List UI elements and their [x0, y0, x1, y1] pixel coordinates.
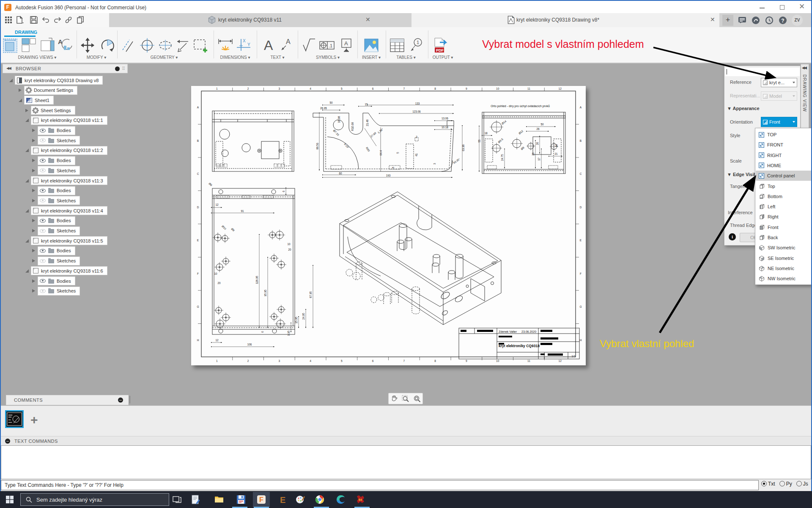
reference-dropdown[interactable]: kryt e...: [761, 78, 797, 87]
close-button[interactable]: ✕: [799, 2, 805, 11]
eye-hidden-icon[interactable]: [40, 199, 46, 202]
view-top[interactable]: [212, 111, 294, 171]
eagle-app-icon[interactable]: E: [278, 494, 288, 505]
user-avatar[interactable]: ZV: [792, 15, 803, 26]
caret-collapsed-icon[interactable]: [32, 159, 35, 162]
geometry-extend-tool[interactable]: [176, 37, 190, 53]
caret-expanded-icon[interactable]: [25, 149, 29, 152]
comments-bar[interactable]: COMMENTS –: [6, 395, 129, 405]
orientation-dropdown[interactable]: Front: [761, 117, 797, 127]
caret-collapsed-icon[interactable]: [32, 229, 35, 232]
eye-visible-icon[interactable]: [40, 219, 46, 223]
section-view-tool[interactable]: [40, 37, 55, 53]
browser-row[interactable]: Bodies: [32, 126, 75, 135]
text-commands-output[interactable]: [1, 445, 811, 479]
group-label-text[interactable]: TEXT ▾: [270, 55, 284, 60]
browser-header[interactable]: ◀◀ BROWSER ⁞⁞: [3, 64, 128, 73]
view-front[interactable]: [313, 113, 454, 171]
mode-py[interactable]: Py: [779, 481, 792, 487]
paint-app-icon[interactable]: [295, 494, 305, 505]
browser-row[interactable]: Bodies: [32, 276, 75, 286]
eye-visible-icon[interactable]: [40, 249, 46, 253]
dimension-tool[interactable]: [217, 37, 233, 53]
copy-icon[interactable]: [76, 16, 85, 24]
browser-row[interactable]: Bodies: [32, 156, 75, 166]
orientation-option-back[interactable]: Back: [756, 232, 811, 243]
caret-expanded-icon[interactable]: [25, 269, 29, 273]
minimize-button[interactable]: [760, 8, 765, 8]
caret-collapsed-icon[interactable]: [32, 279, 35, 283]
caret-collapsed-icon[interactable]: [19, 88, 22, 92]
caret-collapsed-icon[interactable]: [32, 169, 35, 172]
edge-visibility-section[interactable]: ▼ Edge Visib: [727, 172, 757, 177]
caret-collapsed-icon[interactable]: [32, 289, 35, 293]
orientation-option-home[interactable]: HOME: [756, 160, 811, 171]
collapse-icon[interactable]: ◀◀: [802, 66, 806, 70]
browser-row[interactable]: Document Settings: [19, 86, 77, 95]
browser-row[interactable]: kryt elektroniky CQ9318 v11:5: [25, 236, 107, 246]
group-label-geometry[interactable]: GEOMETRY ▾: [151, 55, 178, 60]
orientation-option-front[interactable]: Front: [756, 222, 811, 232]
caret-expanded-icon[interactable]: [25, 209, 29, 213]
browser-row[interactable]: kryt elektroniky CQ9318 v11:6: [25, 266, 107, 276]
orientation-option-right[interactable]: RIGHT: [756, 150, 811, 160]
caret-expanded-icon[interactable]: [25, 239, 29, 243]
group-label-tables[interactable]: TABLES ▾: [396, 55, 415, 60]
eye-hidden-icon[interactable]: [40, 138, 46, 142]
move-tool[interactable]: [80, 37, 95, 53]
leader-text-tool[interactable]: A: [280, 37, 294, 53]
task-view-icon[interactable]: [172, 494, 182, 505]
orientation-option-ne-isometric[interactable]: NE Isometric: [756, 263, 811, 273]
taskbar-search[interactable]: Sem zadejte hledaný výraz: [20, 493, 169, 506]
surface-symbol-tool[interactable]: [302, 37, 316, 53]
palette-header[interactable]: [725, 68, 800, 76]
orientation-option-right[interactable]: Right: [756, 212, 811, 222]
orientation-option-top[interactable]: Top: [756, 181, 811, 191]
orientation-option-front[interactable]: FRONT: [756, 140, 811, 150]
base-view-tool[interactable]: [3, 37, 18, 53]
geometry-circle-tool[interactable]: [140, 37, 155, 53]
orientation-option-nw-isometric[interactable]: NW Isometric: [756, 273, 811, 284]
help-icon[interactable]: ?: [779, 16, 787, 25]
eye-visible-icon[interactable]: [40, 129, 46, 133]
maximize-button[interactable]: [780, 5, 785, 10]
comments-grip[interactable]: [129, 396, 130, 403]
file-explorer-icon[interactable]: [214, 494, 224, 505]
zoom-window-icon[interactable]: [402, 395, 409, 403]
browser-row[interactable]: Sketches: [32, 166, 80, 175]
command-input[interactable]: Type Text Commands Here - Type '?' or '?…: [1, 480, 759, 490]
insert-image-tool[interactable]: [364, 37, 379, 53]
feature-control-tool[interactable]: .1: [319, 37, 335, 53]
orientation-option-bottom[interactable]: Bottom: [756, 191, 811, 202]
app-grid-icon[interactable]: [4, 16, 13, 24]
document-tab-drawing[interactable]: kryt elektroniky CQ9318 Drawing v8* ✕: [411, 13, 719, 27]
browser-row[interactable]: Sketches: [32, 196, 80, 205]
orientation-option-sw-isometric[interactable]: SW Isometric: [756, 243, 811, 253]
browser-collapse-icon[interactable]: ◀◀: [6, 66, 11, 70]
ribbon-tab-drawing[interactable]: DRAWING: [15, 30, 37, 35]
caret-expanded-icon[interactable]: [19, 99, 22, 102]
new-tab-button[interactable]: +: [722, 15, 733, 26]
orientation-option-top[interactable]: TOP: [756, 130, 811, 140]
browser-row[interactable]: Bodies: [32, 246, 75, 256]
text-commands-minus-icon[interactable]: –: [5, 439, 10, 444]
drawing-sheet[interactable]: 112233445566778899101011111212AABBCCDDEE…: [191, 86, 586, 365]
chrome-icon[interactable]: [315, 494, 325, 505]
rotate-tool[interactable]: [100, 37, 115, 53]
caret-collapsed-icon[interactable]: [32, 259, 35, 262]
caret-collapsed-icon[interactable]: [32, 219, 35, 222]
browser-row[interactable]: Sketches: [32, 226, 80, 236]
output-pdf-tool[interactable]: PDF: [433, 37, 448, 53]
browser-row[interactable]: Bodies: [32, 186, 75, 196]
job-status-icon[interactable]: [765, 16, 774, 25]
caret-collapsed-icon[interactable]: [25, 109, 28, 112]
browser-opacity-icon[interactable]: [115, 66, 120, 71]
eye-visible-icon[interactable]: [40, 279, 46, 283]
geometry-line-tool[interactable]: [121, 37, 134, 53]
group-label-output[interactable]: OUTPUT ▾: [433, 55, 453, 60]
eye-hidden-icon[interactable]: [40, 259, 46, 263]
caret-collapsed-icon[interactable]: [32, 139, 35, 142]
browser-row[interactable]: Sketches: [32, 256, 80, 266]
document-tab-model[interactable]: kryt elektroniky CQ9318 v11 ✕: [111, 13, 381, 27]
geometry-rectangle-tool[interactable]: [193, 37, 209, 53]
